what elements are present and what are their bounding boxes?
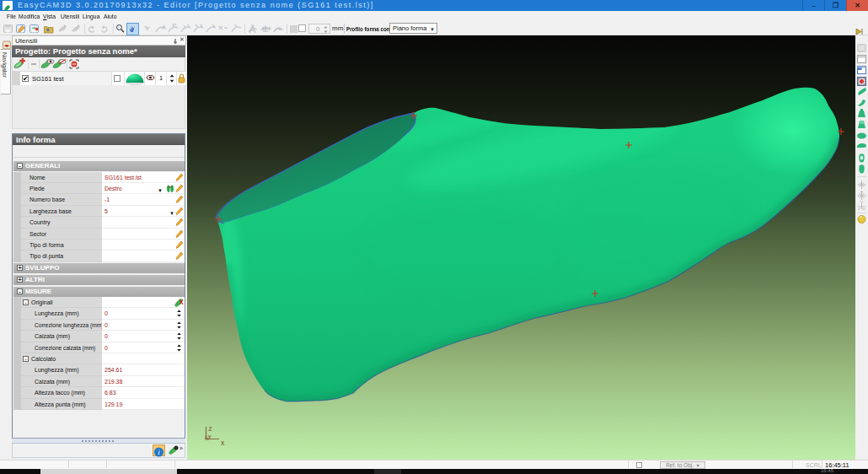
svg-text:Y: Y xyxy=(208,434,212,440)
svg-text:Z: Z xyxy=(209,426,212,432)
svg-text:X: X xyxy=(221,440,225,446)
